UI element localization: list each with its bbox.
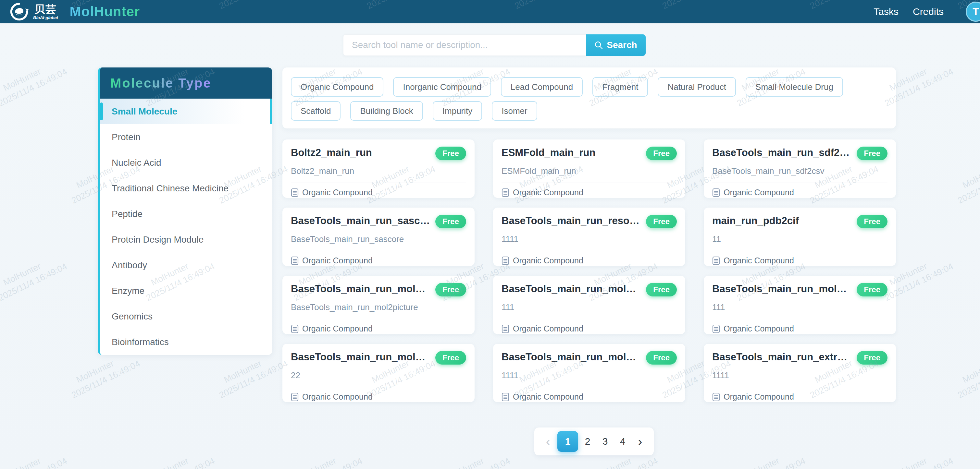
category-chip[interactable]: Organic Compound	[291, 77, 383, 97]
category-chip[interactable]: Scaffold	[291, 101, 340, 120]
page-number-button[interactable]: 3	[597, 431, 613, 452]
watermark-tile: MolHunter2025/11/4 16:49:04	[1, 55, 69, 105]
search-input[interactable]	[343, 34, 586, 56]
category-chip[interactable]: Natural Product	[658, 77, 736, 97]
pagination: ‹ 1 2 3 4 ›	[534, 428, 654, 455]
tool-card[interactable]: BaseTools_main_run_sascore Free BaseTool…	[282, 208, 474, 266]
document-icon	[291, 324, 299, 333]
tool-card-top: BaseTools_main_run_mol_similarity Free	[501, 283, 677, 296]
document-icon	[501, 393, 509, 401]
tool-card[interactable]: ESMFold_main_run Free ESMFold_main_run O…	[493, 139, 685, 198]
sidebar-menu-item[interactable]: Protein Design Module	[100, 227, 272, 252]
tool-subtitle: 111	[501, 302, 677, 312]
document-icon	[501, 256, 509, 265]
watermark-tile: MolHunter2025/11/4 16:49:04	[1, 445, 69, 469]
page-numbers: 1 2 3 4	[557, 431, 631, 452]
tool-card-top: BaseTools_main_run_resolve_pro_... Free	[501, 215, 677, 228]
nav-link[interactable]: Credits	[913, 6, 943, 17]
category-chip[interactable]: Isomer	[492, 101, 537, 120]
molecule-type-sidebar: Molecule Type Small Molecule Protein Nuc…	[98, 68, 272, 355]
tool-card-top: BaseTools_main_run_mol2picture Free	[291, 283, 466, 296]
sidebar-menu-item[interactable]: Enzyme	[100, 278, 272, 304]
category-chip[interactable]: Lead Compound	[501, 77, 583, 97]
page-number-button[interactable]: 2	[579, 431, 596, 452]
category-chip[interactable]: Impurity	[433, 101, 482, 120]
sidebar-menu-item[interactable]: Bioinformatics	[100, 329, 272, 355]
tool-cards-grid: Boltz2_main_run Free Boltz2_main_run Org…	[282, 139, 896, 402]
tool-category: Organic Compound	[501, 324, 677, 333]
tool-card[interactable]: Boltz2_main_run Free Boltz2_main_run Org…	[282, 139, 474, 198]
tool-category-label: Organic Compound	[302, 256, 373, 265]
tool-subtitle: Boltz2_main_run	[291, 166, 466, 176]
tool-card[interactable]: BaseTools_main_run_resolve_pro_... Free …	[493, 208, 685, 266]
tool-subtitle: BaseTools_main_run_mol2picture	[291, 302, 466, 312]
tool-title: BaseTools_main_run_sdf2csv	[712, 147, 851, 159]
tool-card-top: BaseTools_main_run_mol_Lipinski Free	[291, 351, 466, 364]
tool-card[interactable]: BaseTools_main_run_extract_pdb_... Free …	[704, 344, 896, 402]
sidebar-menu-item[interactable]: Small Molecule	[100, 98, 272, 124]
tool-card[interactable]: BaseTools_main_run_mol_similarity Free 1…	[493, 276, 685, 334]
prev-page-icon[interactable]: ‹	[542, 435, 554, 448]
tool-card[interactable]: BaseTools_main_run_mol2picture Free Base…	[282, 276, 474, 334]
watermark-tile: MolHunter2025/11/4 16:49:04	[888, 445, 955, 469]
sidebar-menu-item[interactable]: Nucleic Acid	[100, 150, 272, 176]
tool-category: Organic Compound	[712, 324, 888, 333]
page-number-button[interactable]: 4	[614, 431, 631, 452]
free-badge: Free	[646, 215, 677, 228]
category-chip[interactable]: Small Molecule Drug	[746, 77, 843, 97]
tool-subtitle: 111	[712, 302, 888, 312]
tool-category: Organic Compound	[291, 256, 466, 265]
document-icon	[712, 393, 720, 401]
brand-cjk-block: 贝芸 BioAI-global	[33, 4, 58, 20]
tool-subtitle: 22	[291, 371, 466, 380]
free-badge: Free	[857, 215, 888, 228]
card-divider	[712, 182, 888, 183]
category-chip[interactable]: Building Block	[350, 101, 423, 120]
card-divider	[291, 319, 466, 319]
tool-category-label: Organic Compound	[302, 188, 373, 197]
next-page-icon[interactable]: ›	[634, 435, 646, 448]
tool-card-top: ESMFold_main_run Free	[501, 147, 677, 160]
sidebar-menu-item[interactable]: Traditional Chinese Medicine	[100, 176, 272, 201]
category-chip[interactable]: Inorganic Compound	[393, 77, 491, 97]
watermark-tile: MolHunter2025/11/4 16:49:04	[149, 445, 217, 469]
tool-title: BaseTools_main_run_extract_pdb_...	[712, 351, 851, 363]
search-button[interactable]: Search	[586, 34, 646, 56]
watermark-tile: MolHunter2025/11/4 16:49:04	[444, 445, 512, 469]
sidebar-menu-item[interactable]: Peptide	[100, 201, 272, 227]
tool-subtitle: 1111	[712, 371, 888, 380]
watermark-tile: MolHunter2025/11/4 16:49:04	[1, 250, 69, 299]
tool-title: BaseTools_main_run_mol_similarity	[501, 283, 641, 295]
tool-card[interactable]: BaseTools_main_run_mol_combin... Free 11…	[493, 344, 685, 402]
free-badge: Free	[435, 215, 466, 228]
tool-card[interactable]: main_run_pdb2cif Free 11 Organic Compoun…	[704, 208, 896, 266]
nav-link[interactable]: Tasks	[873, 6, 899, 17]
card-divider	[712, 387, 888, 387]
document-icon	[501, 324, 509, 333]
tool-category: Organic Compound	[712, 392, 888, 401]
tool-title: BaseTools_main_run_mol_Lipinski	[291, 351, 430, 363]
brand[interactable]: 贝芸 BioAI-global MolHunter	[10, 2, 140, 21]
tool-card[interactable]: BaseTools_main_run_mol_Lipinski Free 22 …	[282, 344, 474, 402]
tool-card[interactable]: BaseTools_main_run_mol_propert... Free 1…	[704, 276, 896, 334]
sidebar-item-label: Small Molecule	[112, 106, 177, 117]
tool-card-top: main_run_pdb2cif Free	[712, 215, 888, 228]
app-title: MolHunter	[70, 4, 140, 19]
sidebar-menu-item[interactable]: Antibody	[100, 252, 272, 278]
sidebar-menu-item[interactable]: Protein	[100, 124, 272, 150]
category-chip[interactable]: Fragment	[592, 77, 648, 97]
user-avatar[interactable]: T	[966, 2, 980, 22]
sidebar-item-label: Antibody	[112, 260, 147, 271]
top-header: 贝芸 BioAI-global MolHunter Tasks Credits …	[0, 0, 980, 23]
sidebar-item-label: Enzyme	[112, 286, 145, 296]
free-badge: Free	[435, 351, 466, 364]
tool-card[interactable]: BaseTools_main_run_sdf2csv Free BaseTool…	[704, 139, 896, 198]
tool-subtitle: BaseTools_main_run_sdf2csv	[712, 166, 888, 176]
sidebar-menu-item[interactable]: Genomics	[100, 304, 272, 329]
tool-subtitle: 1111	[501, 371, 677, 380]
page-number-button[interactable]: 1	[557, 431, 578, 452]
tool-category: Organic Compound	[291, 324, 466, 333]
tool-subtitle: ESMFold_main_run	[501, 166, 677, 176]
watermark-tile: MolHunter2025/11/4 16:49:04	[297, 445, 364, 469]
tool-title: BaseTools_main_run_mol_combin...	[501, 351, 641, 363]
